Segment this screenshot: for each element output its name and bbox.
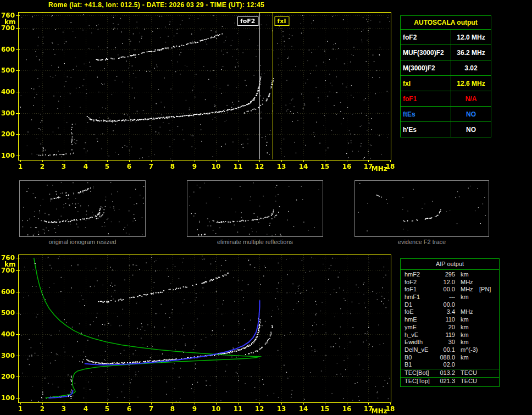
autoscala-row-ftes: ftEs NO <box>401 107 491 122</box>
aip-row-hve: h_vE119km <box>401 331 499 339</box>
aip-row-value: 110 <box>436 316 455 324</box>
aip-row-label: hmF1 <box>404 294 436 301</box>
aip-row-note <box>479 339 499 346</box>
aip-row-label: D1 <box>404 301 436 309</box>
aip-row-value: 088.0 <box>436 354 455 362</box>
aip-row-hme: hmE110km <box>401 316 499 324</box>
aip-row-value: 013.2 <box>436 369 455 377</box>
thumbnail-caption-original: original ionogram resized <box>19 239 146 245</box>
aip-row-unit: MHz <box>455 286 479 294</box>
aip-row-note <box>479 361 499 369</box>
aip-row-value: 3.4 <box>436 308 455 316</box>
autoscala-row-label: foF1 <box>401 91 451 107</box>
aip-rows: hmF2295km foF212.0MHz foF100.0MHz[PN] hm… <box>401 270 499 385</box>
autoscala-row-hes: h'Es NO <box>401 122 491 137</box>
aip-row-d1: D100.0 <box>401 301 499 309</box>
autoscala-row-label: ftEs <box>401 107 451 122</box>
aip-row-tec-top: TEC[Top]021.3TECU <box>401 377 499 385</box>
aip-output-panel: AIP output hmF2295km foF212.0MHz foF100.… <box>400 258 500 387</box>
autoscala-row-label: fxI <box>401 76 451 91</box>
autoscala-row-value: 12.0 MHz <box>451 30 491 45</box>
aip-row-label: B0 <box>404 354 436 362</box>
aip-row-note <box>479 294 499 301</box>
aip-row-ewidth: Ewidth30km <box>401 339 499 346</box>
autoscala-row-muf3000f2: MUF(3000)F2 36.2 MHz <box>401 45 491 60</box>
aip-row-unit: km <box>455 339 479 346</box>
autoscala-row-label: MUF(3000)F2 <box>401 45 451 60</box>
ionogram-chart-top <box>0 8 398 173</box>
aip-row-note <box>479 271 499 279</box>
autoscala-row-fxi: fxI 12.6 MHz <box>401 76 491 91</box>
thumbnail-caption-eliminate-multiples: eliminate multiple reflections <box>187 239 323 245</box>
thumbnail-eliminate-multiples <box>187 180 323 237</box>
aip-row-value: 02.0 <box>436 361 455 369</box>
aip-row-unit: MHz <box>455 308 479 316</box>
aip-row-label: Ewidth <box>404 339 436 346</box>
aip-row-unit: m^(-3) <box>455 346 479 354</box>
aip-row-label: foF1 <box>404 286 436 294</box>
aip-row-unit: km <box>455 354 479 362</box>
aip-row-value: 30 <box>436 339 455 346</box>
aip-row-unit <box>455 361 479 369</box>
aip-row-tec-bot: TEC[Bot]013.2TECU <box>401 369 499 377</box>
aip-row-unit: MHz <box>455 279 479 286</box>
aip-row-hmf1: hmF1---km <box>401 294 499 301</box>
autoscala-table-title: AUTOSCALA output <box>401 16 491 30</box>
aip-row-hmf2: hmF2295km <box>401 271 499 279</box>
aip-row-note <box>479 308 499 316</box>
autoscala-row-value: 3.02 <box>451 60 491 76</box>
aip-row-note <box>479 316 499 324</box>
autoscala-row-label: foF2 <box>401 30 451 45</box>
autoscala-row-value: N/A <box>451 91 491 107</box>
aip-row-value: --- <box>436 294 455 301</box>
aip-row-b1: B102.0 <box>401 361 499 369</box>
aip-row-unit: km <box>455 271 479 279</box>
aip-row-unit: km <box>455 331 479 339</box>
aip-row-label: foF2 <box>404 279 436 286</box>
thumbnail-original-ionogram-canvas <box>20 181 145 236</box>
aip-row-unit: km <box>455 294 479 301</box>
autoscala-row-label: M(3000)F2 <box>401 60 451 76</box>
autoscala-row-value: 12.6 MHz <box>451 76 491 91</box>
aip-row-value: 12.0 <box>436 279 455 286</box>
thumbnail-evidence-f2-canvas <box>355 181 489 236</box>
aip-row-label: h_vE <box>404 331 436 339</box>
aip-row-fof2: foF212.0MHz <box>401 279 499 286</box>
aip-panel-title: AIP output <box>401 259 499 270</box>
aip-row-note: [PN] <box>479 286 499 294</box>
aip-row-note <box>479 331 499 339</box>
autoscala-row-label: h'Es <box>401 122 451 137</box>
aip-row-value: 295 <box>436 271 455 279</box>
thumbnail-eliminate-multiples-canvas <box>187 181 323 236</box>
aip-row-value: 00.1 <box>436 346 455 354</box>
autoscala-row-fof2: foF2 12.0 MHz <box>401 30 491 45</box>
aip-row-label: TEC[Top] <box>404 378 436 385</box>
aip-row-note <box>479 369 499 377</box>
aip-row-unit: TECU <box>455 369 479 377</box>
aip-row-unit <box>455 301 479 309</box>
autoscala-title-row: AUTOSCALA output <box>401 16 491 30</box>
aip-row-unit: km <box>455 324 479 331</box>
aip-row-note <box>479 324 499 331</box>
aip-row-label: hmE <box>404 316 436 324</box>
aip-row-unit: TECU <box>455 378 479 385</box>
aip-row-label: B1 <box>404 361 436 369</box>
thumbnail-caption-evidence-f2: evidence F2 trace <box>354 239 489 245</box>
aip-row-yme: ymE20km <box>401 324 499 331</box>
aip-row-deln-ve: DelN_vE00.1m^(-3) <box>401 346 499 354</box>
aip-row-value: 021.3 <box>436 378 455 385</box>
autoscala-output-table: AUTOSCALA output foF2 12.0 MHz MUF(3000)… <box>400 15 491 137</box>
autoscala-window: Rome (lat: +41.8, lon: 012.5) - DATE: 20… <box>0 0 532 415</box>
aip-row-label: DelN_vE <box>404 346 436 354</box>
aip-row-note <box>479 378 499 385</box>
aip-row-label: foE <box>404 308 436 316</box>
aip-row-note <box>479 354 499 362</box>
aip-row-fof1: foF100.0MHz[PN] <box>401 286 499 294</box>
aip-row-value: 20 <box>436 324 455 331</box>
aip-row-unit: km <box>455 316 479 324</box>
aip-row-note <box>479 346 499 354</box>
aip-row-value: 00.0 <box>436 286 455 294</box>
aip-row-value: 119 <box>436 331 455 339</box>
autoscala-table: AUTOSCALA output foF2 12.0 MHz MUF(3000)… <box>400 15 491 137</box>
aip-row-note <box>479 279 499 286</box>
